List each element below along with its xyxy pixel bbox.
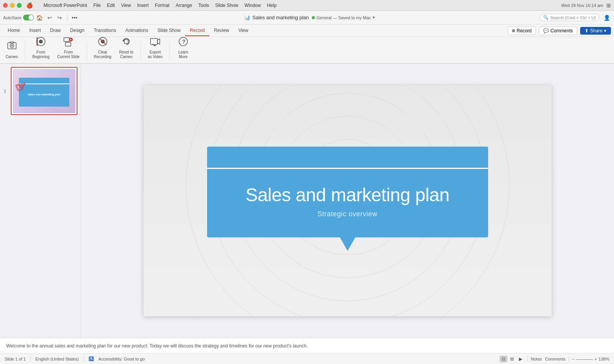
ribbon-cameo[interactable]: Cameo [3,39,20,61]
apple-logo-icon: 🍎 [26,2,33,8]
ribbon-export-video[interactable]: Exportas Video [146,35,165,61]
slide-thumbnail-1[interactable]: Sales and marketing plan ☞ [11,67,77,115]
svg-marker-17 [157,39,160,44]
export-video-icon [150,36,161,49]
comments-button[interactable]: Comments [545,357,565,361]
menu-tools[interactable]: Tools [198,3,209,8]
control-center-icon[interactable]: ⊞ [606,2,611,8]
language: English (United States) [35,357,79,361]
zoom-out-icon[interactable]: − [572,357,574,361]
document-title: Sales and marketing plan [253,15,309,20]
menu-microsoft-powerpoint[interactable]: Microsoft PowerPoint [43,3,87,8]
zoom-slider[interactable]: ———— [576,357,593,361]
zoom-in-icon[interactable]: + [594,357,597,361]
record-dot-icon [512,29,515,32]
menu-slide-show[interactable]: Slide Show [215,3,238,8]
minimize-button[interactable] [10,3,15,8]
ribbon-separator-4 [169,42,170,61]
comment-icon: 💬 [543,28,549,33]
tab-view[interactable]: View [234,25,253,36]
save-status-dot [312,16,315,19]
ribbon-right-buttons: Record 💬 Comments ⬆ Share ▾ [508,27,611,35]
autosave-group: AutoSave [3,15,34,20]
svg-rect-3 [10,42,14,43]
quick-access-toolbar: AutoSave 🏠 ↩ ↪ ••• 📊 Sales and marketing… [0,11,614,25]
clear-recording-label: ClearRecording [94,50,112,59]
from-beginning-icon [35,36,46,49]
cameo-icon [7,40,17,54]
normal-view-button[interactable]: ⊟ [500,356,507,362]
close-button[interactable] [3,3,8,8]
menu-window[interactable]: Window [244,3,261,8]
share-button[interactable]: ⬆ Share ▾ [580,27,611,35]
status-separator-2 [84,356,84,362]
redo-icon[interactable]: ↪ [55,13,64,22]
menu-format[interactable]: Format [155,3,169,8]
cameo-label: Cameo [5,55,18,59]
accessibility-icon: ♿ [89,356,94,361]
view-buttons: ⊟ ⊞ ▶ [500,356,524,362]
menu-help[interactable]: Help [267,3,277,8]
search-box[interactable]: 🔍 Search (Cmd + Ctrl + U) [540,14,599,21]
document-title-group: 📊 Sales and marketing plan [244,15,309,20]
ribbon-content: Cameo FromBeginning FromCurrent Slide [0,37,614,64]
menu-insert[interactable]: Insert [137,3,149,8]
zoom-level: − ———— + 138% [572,357,609,361]
home-icon[interactable]: 🏠 [35,13,44,22]
search-placeholder: Search (Cmd + Ctrl + U) [550,15,596,20]
status-separator-1 [30,356,31,362]
slide-thumb-title: Sales and marketing plan [28,93,60,96]
slide-number: 1 [4,89,6,94]
slide-list: 1 Sales and market [11,67,77,115]
from-beginning-label: FromBeginning [32,50,49,59]
learn-more-icon: ? [178,36,189,49]
autosave-toggle[interactable] [23,15,34,20]
traffic-lights [3,3,22,8]
ribbon-separator-1 [25,42,25,61]
accessibility-status: Accessibility: Good to go [99,357,145,361]
save-status-chevron[interactable]: ▾ [373,15,375,20]
save-status: General — Saved to my Mac ▾ [312,15,375,20]
ribbon-clear-recording[interactable]: ClearRecording [92,35,114,61]
main-layout: 1 Sales and market [0,64,614,338]
notes-text: Welcome to the annual sales and marketin… [6,343,308,349]
more-tools-icon[interactable]: ••• [70,13,79,22]
svg-rect-6 [37,37,38,46]
profile-icon[interactable]: 👤 [602,13,611,22]
notes-bar: Welcome to the annual sales and marketin… [0,338,614,353]
ribbon-reset-cameo[interactable]: Reset toCameo [117,35,136,61]
from-current-label: FromCurrent Slide [57,50,79,59]
from-current-icon [63,36,74,49]
comments-button[interactable]: 💬 Comments [539,27,577,35]
learn-more-label: LearnMore [178,50,188,59]
maximize-button[interactable] [17,3,22,8]
record-button[interactable]: Record [508,27,536,35]
save-status-text: General — Saved to my Mac [316,15,371,20]
menu-arrange[interactable]: Arrange [176,3,192,8]
slide-panel: 1 Sales and market [0,64,81,338]
share-icon: ⬆ [585,28,589,33]
tab-home[interactable]: Home [3,25,25,36]
notes-button[interactable]: Notes [531,357,542,361]
svg-point-5 [39,40,43,43]
outline-view-button[interactable]: ⊞ [508,356,516,362]
undo-icon[interactable]: ↩ [45,13,54,22]
svg-rect-8 [65,42,71,46]
svg-text:?: ? [182,38,186,45]
menu-view[interactable]: View [121,3,131,8]
svg-rect-7 [64,38,69,42]
tab-review[interactable]: Review [209,25,234,36]
toolbar-separator-1 [67,15,67,21]
bubble-main: Sales and marketing plan Strategic overv… [207,169,488,237]
ribbon-learn-more[interactable]: ? LearnMore [174,35,192,61]
slideshow-view-button[interactable]: ▶ [517,356,524,362]
slide-thumb-inner: Sales and marketing plan [19,78,69,107]
menu-edit[interactable]: Edit [107,3,115,8]
ribbon-from-current[interactable]: FromCurrent Slide [55,35,82,61]
ribbon-from-beginning[interactable]: FromBeginning [30,35,52,61]
canvas-area[interactable]: Sales and marketing plan Strategic overv… [81,64,614,338]
menu-file[interactable]: File [93,3,100,8]
title-bar: 🍎 Microsoft PowerPoint File Edit View In… [0,0,614,11]
slide-canvas: Sales and marketing plan Strategic overv… [144,85,552,316]
date-time: Wed 29 Nov 10:14 am [561,3,603,8]
